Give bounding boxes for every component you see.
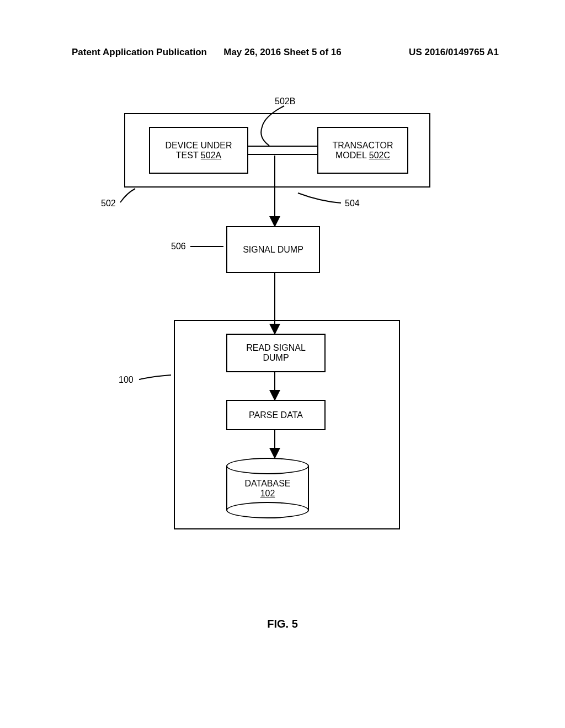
ref-100: 100 <box>119 375 134 385</box>
transactor-label-1: TRANSACTOR <box>333 141 393 151</box>
ref-506: 506 <box>171 242 186 251</box>
header-center: May 26, 2016 Sheet 5 of 16 <box>223 47 342 58</box>
read-signal-label-1: READ SIGNAL <box>246 343 306 353</box>
database-label: DATABASE 102 <box>226 479 309 499</box>
read-signal-label-2: DUMP <box>263 353 289 363</box>
dut-label-2: TEST 502A <box>176 151 221 160</box>
signal-dump-box: SIGNAL DUMP <box>226 226 320 273</box>
header-right: US 2016/0149765 A1 <box>409 47 499 58</box>
transactor-model-box: TRANSACTOR MODEL 502C <box>317 127 408 174</box>
ref-502: 502 <box>101 199 116 208</box>
transactor-label-2: MODEL 502C <box>335 151 390 160</box>
figure-label: FIG. 5 <box>0 618 565 630</box>
parse-data-label: PARSE DATA <box>249 410 303 420</box>
header-left: Patent Application Publication <box>72 47 207 58</box>
parse-data-box: PARSE DATA <box>226 400 326 430</box>
device-under-test-box: DEVICE UNDER TEST 502A <box>149 127 248 174</box>
signal-dump-label: SIGNAL DUMP <box>243 245 303 255</box>
database-cylinder: DATABASE 102 <box>226 458 309 518</box>
ref-504: 504 <box>345 199 360 208</box>
dut-label-1: DEVICE UNDER <box>166 141 232 151</box>
read-signal-dump-box: READ SIGNAL DUMP <box>226 334 326 372</box>
ref-502b: 502B <box>275 97 295 106</box>
